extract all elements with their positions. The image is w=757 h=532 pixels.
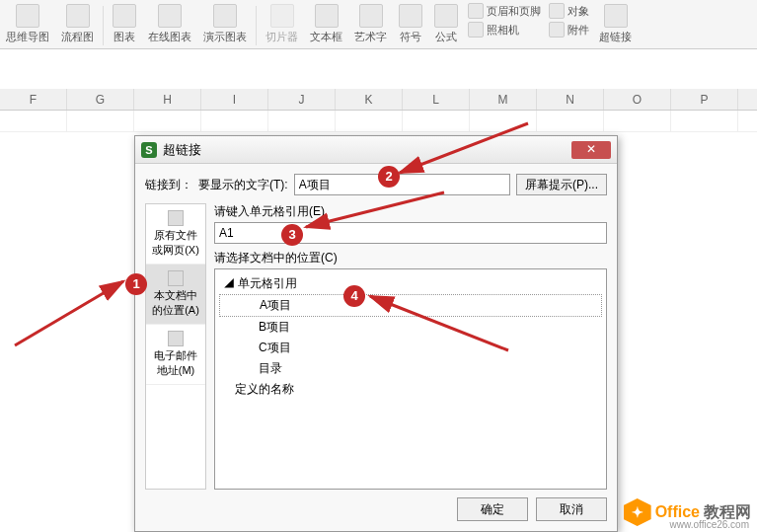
wordart-button[interactable]: 艺术字 [348,2,393,46]
watermark-url: www.office26.com [670,519,749,530]
col-header[interactable]: J [268,89,336,110]
col-header[interactable]: N [537,89,604,110]
col-header[interactable]: I [201,89,268,110]
app-icon: S [141,142,157,158]
col-header[interactable]: O [604,89,671,110]
formula-button[interactable]: 公式 [428,2,464,46]
annotation-1: 1 [125,273,147,295]
online-chart-button[interactable]: 在线图表 [142,2,197,46]
email-icon [168,331,184,346]
ok-button[interactable]: 确定 [457,497,528,521]
link-type-tabs: 原有文件或网页(X) 本文档中的位置(A) 电子邮件地址(M) [145,203,206,490]
col-header[interactable]: L [403,89,470,110]
arrow-icon [360,291,518,360]
presentation-chart-button[interactable]: 演示图表 [197,2,253,46]
arrow-icon [10,276,138,355]
mindmap-button[interactable]: 思维导图 [0,2,55,46]
textbox-button[interactable]: 文本框 [304,2,348,46]
attachment-button[interactable]: 附件 [545,21,593,38]
dialog-title: 超链接 [163,141,201,159]
column-headers: F G H I J K L M N O P [0,89,757,111]
dialog-titlebar[interactable]: S 超链接 ✕ [135,136,617,164]
tab-existing-file[interactable]: 原有文件或网页(X) [146,204,205,265]
ribbon-toolbar: 思维导图 流程图 图表 在线图表 演示图表 切片器 文本框 艺术字 符号 公式 … [0,0,757,49]
col-header[interactable]: G [67,89,134,110]
annotation-3: 3 [281,224,303,246]
file-icon [168,210,184,226]
tree-item[interactable]: 目录 [219,358,602,379]
tab-email[interactable]: 电子邮件地址(M) [146,325,205,385]
chart-button[interactable]: 图表 [107,2,142,46]
arrow-icon [296,188,454,237]
flowchart-button[interactable]: 流程图 [55,2,100,46]
camera-button[interactable]: 照相机 [464,21,545,38]
col-header[interactable]: F [0,89,67,110]
col-header[interactable]: H [134,89,201,110]
arrow-icon [390,118,538,188]
tree-group-names[interactable]: 定义的名称 [219,379,602,400]
col-header[interactable]: K [336,89,403,110]
svg-line-1 [400,123,528,173]
cancel-button[interactable]: 取消 [536,497,607,521]
svg-line-3 [370,296,508,350]
close-button[interactable]: ✕ [571,141,611,159]
symbol-button[interactable]: 符号 [393,2,428,46]
svg-line-2 [306,192,444,227]
annotation-4: 4 [343,285,365,307]
document-icon [168,270,184,286]
svg-line-0 [15,281,123,345]
watermark-icon: ✦ [624,498,651,526]
header-footer-button[interactable]: 页眉和页脚 [464,2,545,20]
object-button[interactable]: 对象 [545,2,593,20]
col-header[interactable]: P [671,89,738,110]
display-text-label: 要显示的文字(T): [198,177,288,193]
tab-in-document[interactable]: 本文档中的位置(A) [146,265,205,325]
col-header[interactable]: M [470,89,537,110]
slicer-button[interactable]: 切片器 [260,2,304,46]
position-label: 请选择文档中的位置(C) [214,250,607,266]
link-to-label: 链接到： [145,177,192,193]
annotation-2: 2 [378,166,400,188]
hyperlink-button[interactable]: 超链接 [593,2,638,46]
